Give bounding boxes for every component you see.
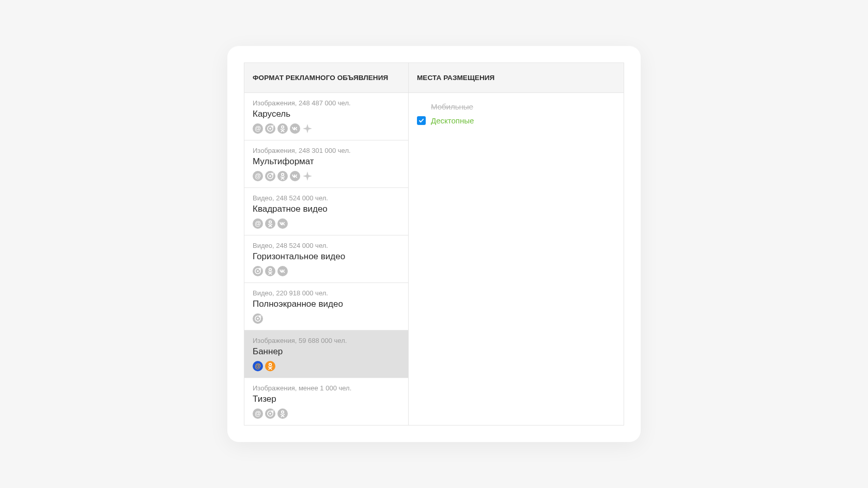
spark-icon (302, 171, 313, 181)
spark-icon (302, 123, 313, 134)
placement-row: Десктопные (417, 116, 615, 125)
svg-point-23 (257, 270, 259, 272)
formats-column: ФОРМАТ РЕКЛАМНОГО ОБЪЯВЛЕНИЯ Изображения… (244, 63, 409, 425)
format-networks (253, 266, 400, 276)
formats-header: ФОРМАТ РЕКЛАМНОГО ОБЪЯВЛЕНИЯ (244, 63, 408, 93)
ok-icon (277, 123, 288, 134)
ok-icon (265, 218, 275, 229)
formats-list: Изображения, 248 487 000 чел.Карусель@Из… (244, 93, 408, 425)
svg-text:@: @ (255, 410, 261, 417)
format-meta: Изображения, 59 688 000 чел. (253, 337, 400, 344)
mail-icon: @ (253, 408, 263, 419)
mail-color-icon: @ (253, 361, 263, 371)
format-title: Карусель (253, 109, 400, 119)
format-networks: @ (253, 408, 400, 419)
svg-point-38 (269, 413, 271, 415)
svg-point-12 (269, 175, 271, 177)
vk-icon (290, 171, 300, 181)
placement-row: Мобильные (417, 102, 615, 111)
format-meta: Видео, 220 918 000 чел. (253, 289, 400, 297)
format-networks: @ (253, 361, 400, 371)
target-icon (253, 266, 263, 276)
svg-text:@: @ (255, 125, 261, 132)
format-title: Квадратное видео (253, 204, 400, 214)
target-icon (265, 171, 275, 181)
format-meta: Видео, 248 524 000 чел. (253, 242, 400, 249)
format-meta: Изображения, 248 301 000 чел. (253, 147, 400, 154)
vk-icon (277, 266, 288, 276)
placements-header-label: МЕСТА РАЗМЕЩЕНИЯ (417, 74, 494, 82)
format-networks (253, 313, 400, 324)
two-column-panel: ФОРМАТ РЕКЛАМНОГО ОБЪЯВЛЕНИЯ Изображения… (244, 62, 624, 426)
vk-icon (290, 123, 300, 134)
svg-text:@: @ (255, 363, 261, 370)
format-item[interactable]: Изображения, менее 1 000 чел.Тизер@ (244, 378, 408, 425)
format-item[interactable]: Изображения, 59 688 000 чел.Баннер@ (244, 330, 408, 378)
format-title: Полноэкранное видео (253, 299, 400, 309)
vk-icon (277, 218, 288, 229)
format-meta: Видео, 248 524 000 чел. (253, 194, 400, 202)
format-item[interactable]: Видео, 248 524 000 чел.Горизонтальное ви… (244, 235, 408, 283)
ok-icon (277, 408, 288, 419)
format-title: Баннер (253, 347, 400, 357)
placements-body: МобильныеДесктопные (409, 93, 624, 139)
format-networks: @ (253, 123, 400, 134)
format-item[interactable]: Видео, 220 918 000 чел.Полноэкранное вид… (244, 283, 408, 330)
format-networks: @ (253, 218, 400, 229)
mail-icon: @ (253, 218, 263, 229)
svg-text:@: @ (255, 172, 261, 180)
ok-icon (265, 266, 275, 276)
svg-point-4 (269, 128, 271, 130)
format-item[interactable]: Видео, 248 524 000 чел.Квадратное видео@ (244, 188, 408, 235)
mail-icon: @ (253, 171, 263, 181)
format-item[interactable]: Изображения, 248 487 000 чел.Карусель@ (244, 93, 408, 140)
placements-header: МЕСТА РАЗМЕЩЕНИЯ (409, 63, 624, 93)
mail-icon: @ (253, 123, 263, 134)
formats-header-label: ФОРМАТ РЕКЛАМНОГО ОБЪЯВЛЕНИЯ (253, 74, 388, 82)
placement-label: Десктопные (431, 116, 474, 125)
ok-color-icon (265, 361, 275, 371)
placement-checkbox-checked[interactable] (417, 116, 426, 125)
svg-point-29 (257, 318, 259, 320)
ok-icon (277, 171, 288, 181)
format-title: Мультиформат (253, 156, 400, 167)
format-networks: @ (253, 171, 400, 181)
placements-column: МЕСТА РАЗМЕЩЕНИЯ МобильныеДесктопные (409, 63, 624, 425)
target-icon (265, 408, 275, 419)
format-meta: Изображения, 248 487 000 чел. (253, 99, 400, 107)
svg-text:@: @ (255, 220, 261, 227)
placement-checkbox-disabled[interactable] (417, 102, 426, 111)
format-item[interactable]: Изображения, 248 301 000 чел.Мультиформа… (244, 140, 408, 188)
target-icon (253, 313, 263, 324)
format-title: Тизер (253, 394, 400, 404)
format-meta: Изображения, менее 1 000 чел. (253, 384, 400, 392)
settings-card: ФОРМАТ РЕКЛАМНОГО ОБЪЯВЛЕНИЯ Изображения… (227, 46, 641, 442)
placement-label: Мобильные (431, 102, 473, 111)
format-title: Горизонтальное видео (253, 251, 400, 262)
target-icon (265, 123, 275, 134)
